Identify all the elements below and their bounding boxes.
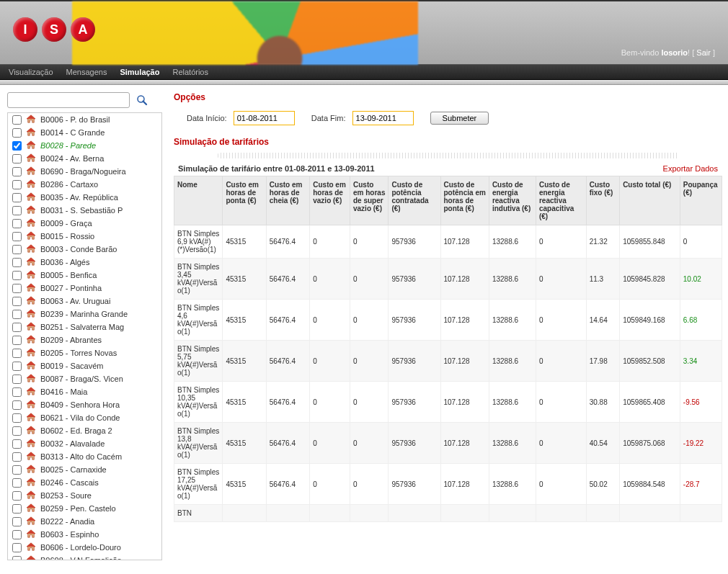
export-link[interactable]: Exportar Dados [663, 164, 718, 173]
nav-mensagens[interactable]: Mensagens [66, 68, 107, 76]
column-header[interactable]: Custo fixo (€) [586, 176, 619, 225]
tree-checkbox[interactable] [12, 504, 22, 514]
tree-node[interactable]: B0036 - Algés [8, 256, 161, 269]
tree-node[interactable]: B0606 - Lordelo-Douro [8, 541, 161, 554]
tree-checkbox[interactable] [12, 232, 22, 241]
column-header[interactable]: Custo de energia reactiva indutiva (€) [489, 176, 536, 225]
tree-node[interactable]: B0006 - P. do Brasil [8, 113, 161, 126]
tree-node[interactable]: B0246 - Cascais [8, 476, 161, 489]
tree-node[interactable]: B0602 - Ed. Braga 2 [8, 424, 161, 437]
tree-checkbox[interactable] [12, 323, 22, 332]
drag-handle[interactable] [218, 153, 679, 158]
tree-checkbox[interactable] [12, 115, 22, 125]
nav-simulação[interactable]: Simulação [120, 68, 159, 76]
column-header[interactable]: Custo em horas de super vazio (€) [350, 176, 389, 225]
end-date-input[interactable] [352, 111, 414, 125]
tree-checkbox[interactable] [12, 219, 22, 228]
tree-node[interactable]: B0603 - Espinho [8, 528, 161, 541]
tree-checkbox[interactable] [12, 349, 22, 358]
tree-node[interactable]: B0286 - Cartaxo [8, 178, 161, 191]
search-input[interactable] [7, 92, 130, 108]
tree-checkbox[interactable] [12, 362, 22, 371]
tree-checkbox[interactable] [12, 271, 22, 280]
column-header[interactable]: Nome [174, 176, 223, 225]
tree-checkbox[interactable] [12, 517, 22, 526]
tree-checkbox[interactable] [12, 413, 22, 423]
tree-checkbox[interactable] [12, 206, 22, 215]
tree-node[interactable]: B0025 - Carnaxide [8, 463, 161, 476]
tree-checkbox[interactable] [12, 530, 22, 539]
tree-node[interactable]: B0253 - Soure [8, 489, 161, 502]
column-header[interactable]: Custo de potência em horas de ponta (€) [440, 176, 489, 225]
tree-node[interactable]: B0608 - V.N.Famalicão [8, 554, 161, 560]
tree-checkbox[interactable] [12, 193, 22, 202]
tree-node[interactable]: B0032 - Alavalade [8, 437, 161, 450]
tree-node[interactable]: B0024 - Av. Berna [8, 152, 161, 165]
tree-node[interactable]: B0027 - Pontinha [8, 282, 161, 295]
tree-node[interactable]: B0690 - Braga/Nogueira [8, 165, 161, 178]
tree-node[interactable]: B0014 - C Grande [8, 126, 161, 139]
cell-value: 13288.6 [489, 225, 536, 259]
home-icon [26, 153, 36, 163]
tree-node[interactable]: B0409 - Senhora Hora [8, 398, 161, 411]
tree-checkbox[interactable] [12, 180, 22, 189]
tree-node[interactable]: B0009 - Graça [8, 217, 161, 230]
tree-checkbox[interactable] [12, 543, 22, 552]
logout-link[interactable]: Sair [696, 48, 711, 57]
tree-node[interactable]: B0005 - Benfica [8, 269, 161, 282]
tree-node[interactable]: B0028 - Parede [8, 139, 161, 152]
tree-checkbox[interactable] [12, 141, 22, 151]
tree-node[interactable]: B0239 - Marinha Grande [8, 308, 161, 320]
cell-value: 13288.6 [489, 300, 536, 341]
tree-node[interactable]: B0035 - Av. República [8, 191, 161, 204]
tree-node[interactable]: B0063 - Av. Uruguai [8, 295, 161, 308]
tree-node[interactable]: B0031 - S. Sebastião P [8, 204, 161, 217]
tree-checkbox[interactable] [12, 336, 22, 345]
tree-checkbox[interactable] [12, 387, 22, 397]
column-header[interactable]: Custo em horas de cheia (€) [266, 176, 309, 225]
tree-checkbox[interactable] [12, 375, 22, 384]
column-header[interactable]: Custo de energia reactiva capacitiva (€) [536, 176, 586, 225]
tree-checkbox[interactable] [12, 426, 22, 436]
tree-node[interactable]: B0251 - Salvaterra Mag [8, 320, 161, 333]
tree-node[interactable]: B0019 - Sacavém [8, 359, 161, 372]
tree-node[interactable]: B0003 - Conde Barão [8, 243, 161, 256]
tree-checkbox[interactable] [12, 167, 22, 176]
tree-checkbox[interactable] [12, 439, 22, 449]
tree-checkbox[interactable] [12, 128, 22, 138]
tree-checkbox[interactable] [12, 400, 22, 410]
tree-checkbox[interactable] [12, 556, 22, 560]
tree-node[interactable]: B0209 - Abrantes [8, 333, 161, 346]
tree-checkbox[interactable] [12, 478, 22, 488]
search-icon[interactable] [136, 94, 148, 107]
tree-checkbox[interactable] [12, 465, 22, 475]
tree-checkbox[interactable] [12, 284, 22, 293]
column-header[interactable]: Custo em horas de ponta (€) [223, 176, 266, 225]
tree-checkbox[interactable] [12, 297, 22, 306]
column-header[interactable]: Custo em horas de vazio (€) [310, 176, 350, 225]
tree-list[interactable]: B0006 - P. do BrasilB0014 - C GrandeB002… [8, 113, 161, 560]
submit-button[interactable]: Submeter [430, 112, 489, 125]
tree-checkbox[interactable] [12, 310, 22, 319]
nav-relatórios[interactable]: Relatórios [172, 68, 208, 76]
column-header[interactable]: Poupança (€) [680, 176, 722, 225]
tree-checkbox[interactable] [12, 258, 22, 267]
tree-node[interactable]: B0222 - Anadia [8, 515, 161, 528]
tree-node[interactable]: B0416 - Maia [8, 385, 161, 398]
tree-node[interactable]: B0259 - Pen. Castelo [8, 502, 161, 515]
column-header[interactable]: Custo total (€) [620, 176, 680, 225]
tree-node[interactable]: B0015 - Rossio [8, 230, 161, 243]
home-icon [26, 127, 36, 138]
tree-checkbox[interactable] [12, 154, 22, 163]
start-date-input[interactable] [234, 111, 295, 125]
column-header[interactable]: Custo de potência contratada (€) [389, 176, 440, 225]
tree-checkbox[interactable] [12, 491, 22, 501]
tree-checkbox[interactable] [12, 245, 22, 254]
tree-node[interactable]: B0621 - Vila do Conde [8, 411, 161, 424]
tree-node[interactable]: B0087 - Braga/S. Vicen [8, 372, 161, 385]
tree-node[interactable]: B0313 - Alto do Cacém [8, 450, 161, 463]
tree-node[interactable]: B0205 - Torres Novas [8, 346, 161, 359]
tree-checkbox[interactable] [12, 452, 22, 462]
nav-visualização[interactable]: Visualização [9, 68, 53, 76]
home-icon [26, 465, 36, 475]
